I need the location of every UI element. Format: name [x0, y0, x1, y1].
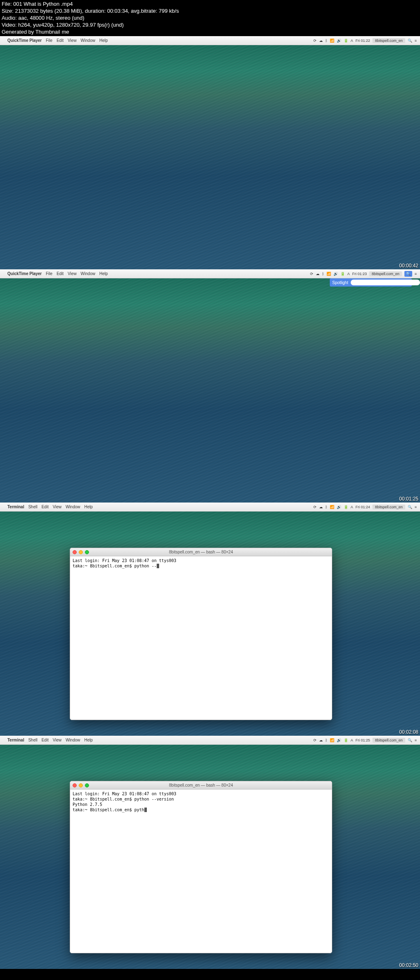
sync-icon[interactable]: ⟳ [313, 505, 317, 509]
volume-icon[interactable]: 🔊 [333, 272, 338, 276]
wifi-icon[interactable]: 📶 [326, 272, 331, 276]
thumbnail-frame-3: Terminal Shell Edit View Window Help ⟳ ☁… [0, 503, 420, 736]
meta-file: File: 001 What is Python .mp4 [2, 1, 418, 8]
close-icon[interactable] [73, 550, 77, 554]
thumbnail-grid: QuickTime Player File Edit View Window H… [0, 36, 420, 969]
volume-icon[interactable]: 🔊 [337, 505, 341, 509]
user-status[interactable]: 8bitspell.com_en [372, 738, 405, 743]
terminal-titlebar[interactable]: 8bitspell.com_en — bash — 80×24 [70, 781, 332, 790]
lang-icon[interactable]: A [347, 272, 350, 276]
battery-icon[interactable]: 🔋 [344, 39, 348, 43]
bluetooth-icon[interactable]: ᛒ [325, 738, 327, 742]
terminal-window[interactable]: 8bitspell.com_en — bash — 80×24 Last log… [70, 548, 332, 720]
menu-edit[interactable]: Edit [41, 738, 48, 742]
minimize-icon[interactable] [79, 550, 83, 554]
frame-timestamp: 00:00:42 [399, 263, 418, 269]
thumbnail-frame-2: QuickTime Player File Edit View Window H… [0, 269, 420, 503]
spotlight-label: Spotlight [332, 280, 348, 285]
sync-icon[interactable]: ⟳ [313, 738, 317, 742]
clock[interactable]: Fri 01:24 [356, 505, 370, 509]
terminal-cursor [144, 808, 147, 812]
desktop-wallpaper [0, 36, 420, 269]
app-name[interactable]: Terminal [7, 505, 24, 509]
volume-icon[interactable]: 🔊 [337, 738, 341, 742]
terminal-cursor [157, 564, 159, 568]
menu-view[interactable]: View [68, 38, 77, 43]
notification-icon[interactable]: ≡ [415, 272, 417, 276]
terminal-title: 8bitspell.com_en — bash — 80×24 [169, 550, 233, 554]
volume-icon[interactable]: 🔊 [337, 39, 341, 43]
menu-file[interactable]: File [46, 271, 52, 276]
app-name[interactable]: QuickTime Player [7, 38, 42, 43]
lang-icon[interactable]: A [351, 738, 353, 742]
wifi-icon[interactable]: 📶 [330, 39, 334, 43]
terminal-output[interactable]: Last login: Fri May 23 01:08:47 on ttys0… [70, 556, 332, 570]
zoom-icon[interactable] [85, 550, 89, 554]
cloud-icon[interactable]: ☁ [316, 272, 320, 276]
menu-shell[interactable]: Shell [28, 505, 37, 509]
menu-window[interactable]: Window [66, 738, 80, 742]
spotlight-input[interactable] [351, 280, 420, 285]
user-status[interactable]: 8bitspell.com_en [372, 38, 405, 43]
mac-menubar: Terminal Shell Edit View Window Help ⟳ ☁… [0, 736, 420, 745]
battery-icon[interactable]: 🔋 [344, 738, 348, 742]
battery-icon[interactable]: 🔋 [340, 272, 345, 276]
app-name[interactable]: QuickTime Player [7, 271, 42, 276]
app-name[interactable]: Terminal [7, 738, 24, 742]
clock[interactable]: Fri 01:25 [356, 738, 370, 742]
menu-edit[interactable]: Edit [57, 271, 64, 276]
menu-help[interactable]: Help [84, 738, 93, 742]
wifi-icon[interactable]: 📶 [330, 738, 334, 742]
menu-view[interactable]: View [52, 505, 62, 509]
menu-help[interactable]: Help [99, 38, 108, 43]
user-status[interactable]: 8bitspell.com_en [372, 505, 405, 510]
menu-edit[interactable]: Edit [41, 505, 48, 509]
clock[interactable]: Fri 01:22 [356, 39, 370, 43]
file-metadata: File: 001 What is Python .mp4 Size: 2137… [0, 0, 420, 36]
notification-icon[interactable]: ≡ [415, 39, 417, 43]
terminal-titlebar[interactable]: 8bitspell.com_en — bash — 80×24 [70, 548, 332, 556]
menu-edit[interactable]: Edit [57, 38, 64, 43]
bluetooth-icon[interactable]: ᛒ [322, 272, 324, 276]
menu-window[interactable]: Window [81, 38, 96, 43]
menu-view[interactable]: View [52, 738, 62, 742]
sync-icon[interactable]: ⟳ [313, 39, 317, 43]
wifi-icon[interactable]: 📶 [330, 505, 334, 509]
cloud-icon[interactable]: ☁ [319, 738, 323, 742]
lang-icon[interactable]: A [351, 39, 353, 43]
zoom-icon[interactable] [85, 783, 89, 787]
sync-icon[interactable]: ⟳ [310, 272, 313, 276]
terminal-window[interactable]: 8bitspell.com_en — bash — 80×24 Last log… [70, 781, 332, 953]
terminal-output[interactable]: Last login: Fri May 23 01:08:47 on ttys0… [70, 790, 332, 814]
menu-shell[interactable]: Shell [28, 738, 37, 742]
clock[interactable]: Fri 01:23 [352, 272, 367, 276]
minimize-icon[interactable] [79, 783, 83, 787]
menu-help[interactable]: Help [99, 271, 108, 276]
spotlight-icon[interactable]: 🔍 [404, 271, 412, 277]
mac-menubar: QuickTime Player File Edit View Window H… [0, 36, 420, 45]
bluetooth-icon[interactable]: ᛒ [325, 39, 327, 43]
bluetooth-icon[interactable]: ᛒ [325, 505, 327, 509]
menu-help[interactable]: Help [84, 505, 93, 509]
menu-window[interactable]: Window [81, 271, 96, 276]
lang-icon[interactable]: A [351, 505, 353, 509]
menu-window[interactable]: Window [66, 505, 80, 509]
notification-icon[interactable]: ≡ [415, 505, 417, 509]
mac-menubar: Terminal Shell Edit View Window Help ⟳ ☁… [0, 503, 420, 512]
spotlight-search[interactable]: Spotlight [330, 278, 412, 287]
spotlight-icon[interactable]: 🔍 [408, 738, 412, 742]
close-icon[interactable] [73, 783, 77, 787]
battery-icon[interactable]: 🔋 [344, 505, 348, 509]
meta-generator: Generated by Thumbnail me [2, 29, 418, 36]
spotlight-icon[interactable]: 🔍 [408, 505, 412, 509]
spotlight-icon[interactable]: 🔍 [408, 39, 412, 43]
notification-icon[interactable]: ≡ [415, 738, 417, 742]
menu-view[interactable]: View [68, 271, 77, 276]
user-status[interactable]: 8bitspell.com_en [369, 271, 402, 276]
meta-audio: Audio: aac, 48000 Hz, stereo (und) [2, 15, 418, 22]
menu-file[interactable]: File [46, 38, 52, 43]
cloud-icon[interactable]: ☁ [319, 505, 323, 509]
meta-size: Size: 21373032 bytes (20.38 MiB), durati… [2, 8, 418, 15]
cloud-icon[interactable]: ☁ [319, 39, 323, 43]
frame-timestamp: 00:02:50 [399, 962, 418, 968]
